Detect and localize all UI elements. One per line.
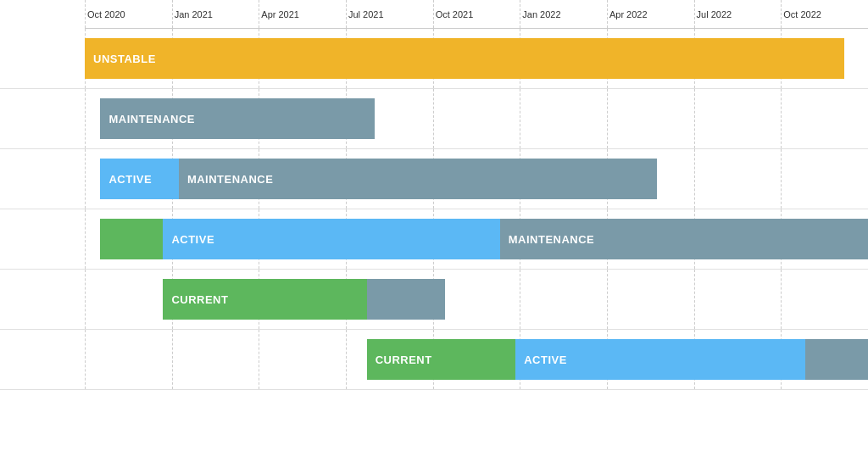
grid-line-5 <box>520 270 520 329</box>
grid-line-8 <box>781 149 782 209</box>
data-row-4: CURRENT <box>85 270 868 330</box>
grid-line-0 <box>85 149 86 209</box>
data-row-0: UNSTABLE <box>85 29 868 89</box>
bar-5-0: CURRENT <box>367 339 516 380</box>
bar-4-1 <box>367 279 445 320</box>
header-cell-6: Apr 2022 <box>607 0 694 28</box>
grid-line-6 <box>607 270 608 329</box>
timeline-area: Oct 2020Jan 2021Apr 2021Jul 2021Oct 2021… <box>85 0 868 451</box>
grid-line-7 <box>694 270 695 329</box>
data-row-5: CURRENTACTIVE <box>85 330 868 390</box>
bar-4-0: CURRENT <box>163 279 366 320</box>
bar-3-0 <box>100 219 163 259</box>
grid-line-2 <box>259 330 259 389</box>
label-nodejs12 <box>0 149 85 209</box>
header-cell-7: Jul 2022 <box>694 0 782 28</box>
grid-line-0 <box>85 209 86 269</box>
data-rows: UNSTABLEMAINTENANCEACTIVEMAINTENANCEACTI… <box>85 29 868 390</box>
bar-2-0: ACTIVE <box>100 159 178 199</box>
grid-line-8 <box>781 270 782 329</box>
label-column <box>0 29 85 451</box>
bar-0-0: UNSTABLE <box>85 38 844 79</box>
grid-line-0 <box>85 330 86 389</box>
header-cell-4: Oct 2021 <box>433 0 520 28</box>
label-nodejs16 <box>0 330 85 390</box>
header-cell-5: Jan 2022 <box>520 0 607 28</box>
bar-1-0: MAINTENANCE <box>100 98 374 139</box>
bar-2-1: MAINTENANCE <box>179 159 657 199</box>
label-master <box>0 29 85 89</box>
chart-container: Oct 2020Jan 2021Apr 2021Jul 2021Oct 2021… <box>0 0 868 451</box>
grid-line-3 <box>346 330 347 389</box>
header-cell-2: Apr 2021 <box>259 0 346 28</box>
grid-line-0 <box>85 270 86 329</box>
grid-line-7 <box>694 89 695 148</box>
grid-line-1 <box>172 330 173 389</box>
grid-line-0 <box>85 89 86 148</box>
data-row-2: ACTIVEMAINTENANCE <box>85 149 868 209</box>
data-row-1: MAINTENANCE <box>85 89 868 149</box>
grid-line-4 <box>433 89 434 148</box>
bar-3-1: ACTIVE <box>163 219 499 259</box>
header-row: Oct 2020Jan 2021Apr 2021Jul 2021Oct 2021… <box>85 0 868 29</box>
header-cell-1: Jan 2021 <box>172 0 259 28</box>
header-cell-8: Oct 2022 <box>781 0 868 28</box>
grid-line-8 <box>781 89 782 148</box>
label-nodejs10 <box>0 89 85 149</box>
header-cell-0: Oct 2020 <box>85 0 172 28</box>
data-row-3: ACTIVEMAINTENANCE <box>85 209 868 270</box>
grid-line-7 <box>694 149 695 209</box>
grid-line-5 <box>520 89 520 148</box>
label-nodejs14 <box>0 209 85 270</box>
bar-3-2: MAINTENANCE <box>500 219 868 259</box>
label-nodejs15 <box>0 270 85 330</box>
grid-line-6 <box>607 89 608 148</box>
bar-5-2 <box>805 339 868 380</box>
header-cell-3: Jul 2021 <box>346 0 433 28</box>
bar-5-1: ACTIVE <box>515 339 805 380</box>
